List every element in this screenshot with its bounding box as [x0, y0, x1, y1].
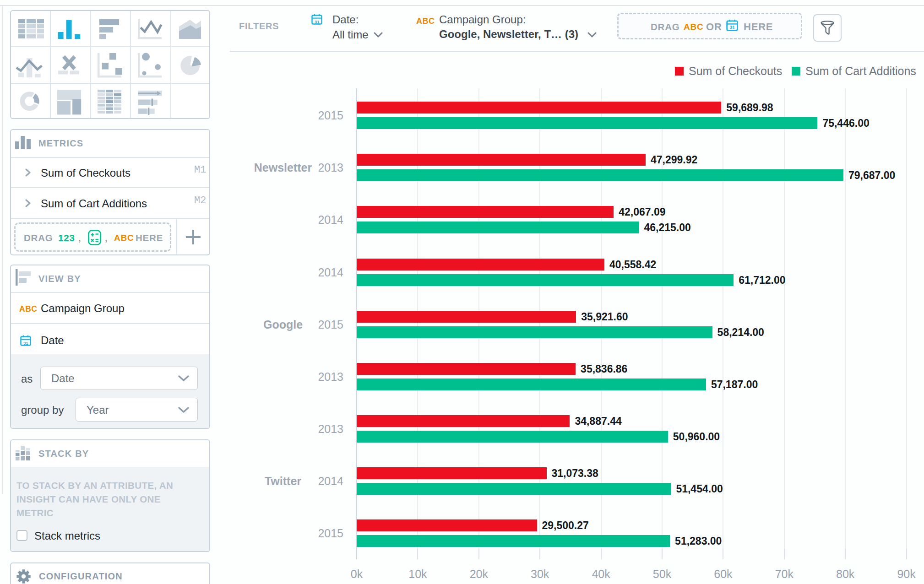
svg-text:31: 31 — [729, 25, 735, 30]
svg-text:31: 31 — [23, 341, 28, 346]
svg-text:31: 31 — [315, 19, 320, 24]
